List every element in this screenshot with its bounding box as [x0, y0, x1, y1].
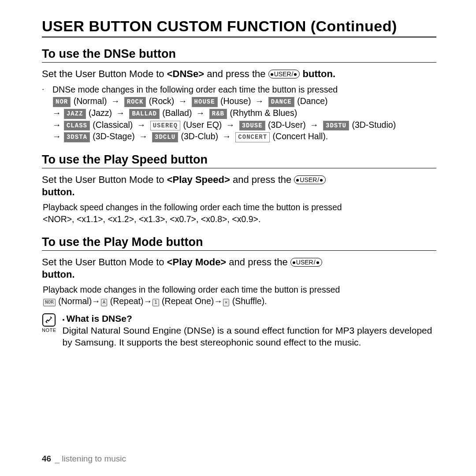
speed-sequence: Playback speed changes in the following …: [42, 201, 436, 225]
heading-dnse: To use the DNSe button: [42, 47, 436, 63]
note-block: NOTE What is DNSe? Digital Natural Sound…: [42, 312, 436, 349]
page-footer: 46 _ listening to music: [42, 454, 126, 464]
dnse-mode-tag: BALLAD: [129, 109, 159, 119]
dnse-mode-tag: HOUSE: [192, 97, 218, 107]
play-mode-icon: ✕: [223, 299, 230, 306]
note-body-text: Digital Natural Sound Engine (DNSe) is a…: [63, 324, 436, 349]
play-mode-icon: NOR: [43, 299, 56, 306]
dnse-mode-tag: 3DCLU: [152, 132, 178, 142]
dnse-mode-tag: NOR: [53, 97, 71, 107]
mode-sequence: Playback mode changes in the following o…: [42, 284, 436, 307]
dnse-mode-tag: DANCE: [268, 97, 294, 107]
dnse-sequence: DNSe mode changes in the following order…: [52, 84, 396, 143]
instruction-play-mode: Set the User Button Mode to <Play Mode> …: [42, 256, 436, 280]
page-title: USER BUTTON CUSTOM FUNCTION (Continued): [42, 18, 436, 37]
user-button-icon: USER/: [290, 258, 322, 267]
dnse-mode-tag: CLASS: [64, 121, 90, 131]
play-mode-icon: A: [101, 299, 108, 306]
dnse-mode-tag: R&B: [209, 109, 227, 119]
section-dnse: To use the DNSe button Set the User Butt…: [42, 47, 436, 142]
dnse-mode-tag: 3DSTU: [323, 121, 349, 131]
note-icon: [42, 313, 56, 327]
dnse-mode-tag: ROCK: [124, 97, 146, 107]
play-mode-icon: 1: [152, 299, 159, 306]
note-label: NOTE: [42, 327, 56, 333]
dnse-mode-tag: 3DSTA: [64, 132, 90, 142]
dnse-mode-tag: JAZZ: [64, 109, 86, 119]
heading-play-mode: To use the Play Mode button: [42, 235, 436, 251]
user-button-icon: USER/: [294, 175, 326, 184]
instruction-play-speed: Set the User Button Mode to <Play Speed>…: [42, 174, 436, 198]
section-play-mode: To use the Play Mode button Set the User…: [42, 235, 436, 349]
dnse-mode-tag: USEREQ: [150, 121, 180, 131]
dnse-mode-tag: 3DUSE: [239, 121, 265, 131]
dnse-mode-tag: CONCERT: [235, 132, 270, 142]
section-play-speed: To use the Play Speed button Set the Use…: [42, 153, 436, 225]
heading-play-speed: To use the Play Speed button: [42, 153, 436, 168]
user-button-icon: USER/: [268, 70, 300, 78]
note-heading: What is DNSe?: [63, 312, 436, 324]
instruction-dnse: Set the User Button Mode to <DNSe> and p…: [42, 68, 436, 80]
